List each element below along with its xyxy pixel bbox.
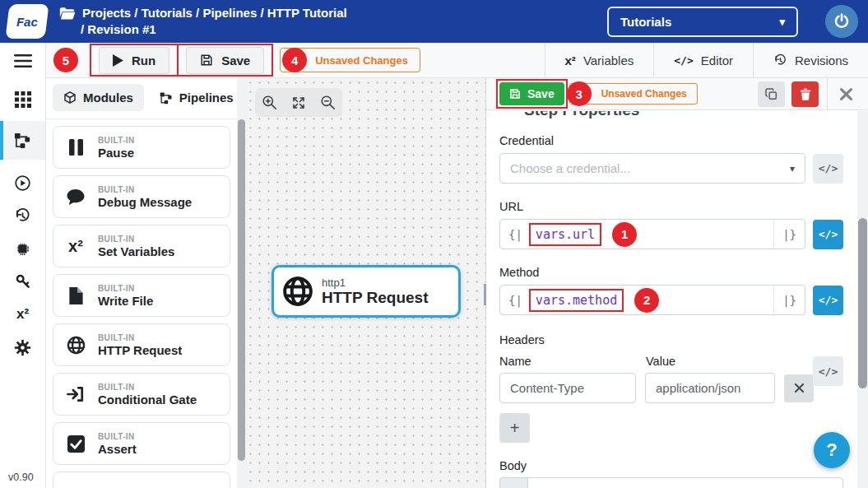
sidebar-item-apps[interactable] — [0, 83, 45, 116]
method-label: Method — [499, 266, 843, 279]
method-code-toggle[interactable]: </> — [813, 286, 843, 315]
annotation-box-run: Run — [90, 44, 179, 77]
variables-button[interactable]: x² Variables — [545, 43, 654, 77]
module-card-pause[interactable]: BUILT-IN Pause — [53, 126, 230, 169]
module-badge: BUILT-IN — [98, 383, 197, 392]
version-label: v0.90 — [8, 472, 34, 483]
annotation-step-5: 5 — [53, 48, 78, 72]
toolbar-right-group: x² Variables </> Editor Revisions — [545, 43, 868, 77]
sidebar-item-credentials[interactable] — [0, 265, 45, 298]
method-expression-field[interactable]: {| vars.method 2 |} — [499, 285, 805, 315]
add-header-button[interactable]: + — [499, 413, 530, 443]
credential-placeholder: Choose a credential... — [510, 161, 630, 175]
properties-form: Step Properties Credential Choose a cred… — [486, 111, 856, 488]
expr-open-token: {| — [500, 228, 526, 241]
gate-arrow-icon — [53, 386, 98, 402]
body-field-partial[interactable] — [499, 477, 843, 488]
zoom-in-button[interactable] — [256, 89, 283, 116]
duplicate-step-button[interactable] — [758, 81, 785, 107]
module-card-assert[interactable]: BUILT-IN Assert — [53, 422, 230, 465]
headers-value-column-label: Value — [646, 355, 776, 368]
tab-pipelines[interactable]: Pipelines — [149, 84, 237, 111]
tab-modules[interactable]: Modules — [53, 84, 144, 111]
sidebar-item-history[interactable] — [0, 199, 45, 232]
body-label: Body — [499, 459, 843, 472]
close-panel-button[interactable] — [827, 78, 860, 109]
credential-select[interactable]: Choose a credential... ▾ — [499, 153, 805, 184]
module-card-azure-partial[interactable]: MICROSOFT AZURE — [53, 472, 230, 488]
scrollbar-thumb[interactable] — [858, 218, 867, 388]
speech-bubble-icon — [53, 188, 98, 206]
app-window: Fac Projects / Tutorials / Pipelines / H… — [0, 0, 868, 488]
module-name: Set Variables — [98, 244, 174, 258]
sidebar-item-runs[interactable] — [0, 166, 45, 199]
remove-header-button[interactable] — [784, 374, 814, 402]
module-name: HTTP Request — [98, 343, 182, 357]
revisions-button[interactable]: Revisions — [753, 43, 868, 77]
nav-sidebar: x² v0.90 — [0, 43, 46, 488]
code-icon: </> — [674, 54, 693, 67]
module-card-write-file[interactable]: BUILT-IN Write File — [53, 274, 230, 317]
sidebar-item-modules[interactable] — [0, 232, 45, 265]
url-code-toggle[interactable]: </> — [813, 220, 843, 249]
panel-save-button[interactable]: Save — [499, 82, 564, 105]
method-value[interactable]: vars.method — [529, 289, 624, 312]
body-field-input[interactable] — [527, 477, 843, 488]
app-logo-text: Fac — [16, 15, 38, 29]
unsaved-changes-badge: 4 Unsaved Changes — [280, 48, 420, 72]
history-clock-icon — [14, 207, 31, 225]
pipeline-flow-icon — [14, 132, 31, 149]
power-icon — [833, 12, 851, 30]
zoom-fit-button[interactable] — [285, 89, 312, 116]
play-icon — [113, 54, 123, 67]
close-icon — [839, 87, 853, 101]
save-button[interactable]: Save — [186, 47, 264, 74]
help-button[interactable]: ? — [814, 432, 850, 468]
module-card-debug-message[interactable]: BUILT-IN Debug Message — [53, 175, 230, 218]
pipeline-canvas[interactable]: http1 HTTP Request — [246, 78, 485, 488]
module-card-set-variables[interactable]: x² BUILT-IN Set Variables — [53, 225, 230, 267]
x2-icon: x² — [565, 53, 576, 67]
headers-code-toggle[interactable]: </> — [813, 356, 843, 386]
sidebar-item-variables[interactable]: x² — [0, 298, 45, 331]
scrollbar-thumb[interactable] — [238, 119, 245, 461]
step-properties-panel: Save 3 Unsaved Changes — [486, 78, 868, 488]
node-http-request[interactable]: http1 HTTP Request — [272, 265, 461, 318]
zoom-out-button[interactable] — [314, 89, 341, 116]
module-badge: BUILT-IN — [98, 284, 153, 293]
node-id: http1 — [322, 277, 429, 289]
breadcrumb-line1[interactable]: Projects / Tutorials / Pipelines / HTTP … — [82, 5, 347, 21]
logout-button[interactable] — [825, 5, 858, 38]
module-card-conditional-gate[interactable]: BUILT-IN Conditional Gate — [53, 373, 230, 416]
module-badge: BUILT-IN — [98, 333, 182, 342]
pipeline-toolbar: 5 Run Save 4 Unsaved Changes — [46, 43, 868, 78]
sidebar-item-pipelines[interactable] — [0, 121, 45, 160]
url-expression-field[interactable]: {| vars.url 1 |} — [499, 219, 805, 249]
unsaved-changes-label: Unsaved Changes — [315, 54, 408, 67]
run-button[interactable]: Run — [99, 47, 169, 74]
editor-button[interactable]: </> Editor — [653, 43, 753, 77]
module-badge: BUILT-IN — [98, 185, 192, 194]
sidebar-item-settings[interactable] — [0, 331, 45, 364]
url-value[interactable]: vars.url — [529, 223, 601, 246]
pause-icon — [53, 139, 98, 156]
modules-scrollbar[interactable] — [237, 78, 246, 488]
app-logo[interactable]: Fac — [5, 4, 49, 39]
file-icon — [53, 287, 98, 304]
expr-open-token: {| — [500, 294, 526, 307]
delete-step-button[interactable] — [791, 81, 819, 107]
x2-icon: x² — [16, 306, 29, 323]
chip-icon — [14, 240, 31, 258]
tab-pipelines-label: Pipelines — [179, 91, 234, 105]
credential-code-toggle[interactable]: </> — [813, 154, 843, 184]
header-name-input[interactable] — [499, 373, 636, 403]
module-card-http-request[interactable]: BUILT-IN HTTP Request — [53, 323, 230, 366]
gear-icon — [14, 339, 31, 356]
menu-toggle-button[interactable] — [0, 43, 45, 78]
headers-label: Headers — [499, 333, 843, 346]
workspace-selector[interactable]: Tutorials ▾ — [607, 7, 798, 37]
properties-scrollbar[interactable] — [857, 111, 868, 488]
header-value-input[interactable] — [645, 373, 775, 403]
body-field-prefix — [499, 477, 527, 488]
globe-icon — [53, 336, 98, 355]
